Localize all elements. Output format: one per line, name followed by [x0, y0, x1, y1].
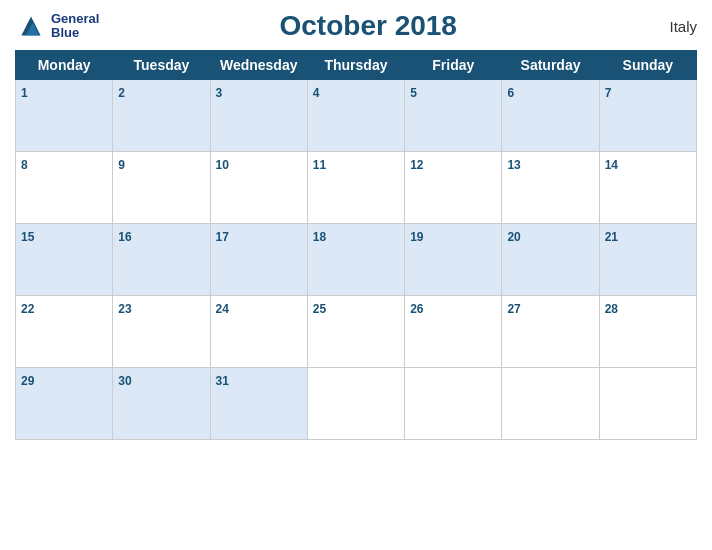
calendar-cell: 3: [210, 80, 307, 152]
calendar-cell: 7: [599, 80, 696, 152]
calendar-cell: 9: [113, 152, 210, 224]
day-number: 8: [21, 158, 28, 172]
days-header-row: Monday Tuesday Wednesday Thursday Friday…: [16, 51, 697, 80]
header-sunday: Sunday: [599, 51, 696, 80]
logo-icon: [15, 10, 47, 42]
week-row-4: 22232425262728: [16, 296, 697, 368]
header-tuesday: Tuesday: [113, 51, 210, 80]
week-row-3: 15161718192021: [16, 224, 697, 296]
day-number: 16: [118, 230, 131, 244]
day-number: 2: [118, 86, 125, 100]
header-saturday: Saturday: [502, 51, 599, 80]
calendar-country: Italy: [637, 18, 697, 35]
day-number: 14: [605, 158, 618, 172]
calendar-cell: 21: [599, 224, 696, 296]
header-monday: Monday: [16, 51, 113, 80]
calendar-cell: 6: [502, 80, 599, 152]
day-number: 10: [216, 158, 229, 172]
calendar-cell: 12: [405, 152, 502, 224]
calendar-cell: 27: [502, 296, 599, 368]
calendar-cell: 8: [16, 152, 113, 224]
week-row-1: 1234567: [16, 80, 697, 152]
calendar-cell: 24: [210, 296, 307, 368]
calendar-cell: 13: [502, 152, 599, 224]
day-number: 21: [605, 230, 618, 244]
calendar-cell: 14: [599, 152, 696, 224]
week-row-2: 891011121314: [16, 152, 697, 224]
calendar-cell: 17: [210, 224, 307, 296]
day-number: 15: [21, 230, 34, 244]
calendar-cell: [599, 368, 696, 440]
calendar-cell: 4: [307, 80, 404, 152]
day-number: 13: [507, 158, 520, 172]
day-number: 28: [605, 302, 618, 316]
calendar-cell: 22: [16, 296, 113, 368]
calendar-cell: 10: [210, 152, 307, 224]
header-friday: Friday: [405, 51, 502, 80]
calendar-cell: 5: [405, 80, 502, 152]
calendar-page: General Blue October 2018 Italy Monday T…: [0, 0, 712, 550]
day-number: 29: [21, 374, 34, 388]
calendar-cell: 16: [113, 224, 210, 296]
day-number: 1: [21, 86, 28, 100]
day-number: 19: [410, 230, 423, 244]
calendar-cell: [502, 368, 599, 440]
calendar-cell: [307, 368, 404, 440]
week-row-5: 293031: [16, 368, 697, 440]
calendar-cell: 20: [502, 224, 599, 296]
calendar-cell: 26: [405, 296, 502, 368]
day-number: 3: [216, 86, 223, 100]
calendar-cell: 18: [307, 224, 404, 296]
day-number: 18: [313, 230, 326, 244]
calendar-title: October 2018: [280, 10, 457, 42]
day-number: 17: [216, 230, 229, 244]
day-number: 6: [507, 86, 514, 100]
day-number: 27: [507, 302, 520, 316]
calendar-cell: 15: [16, 224, 113, 296]
header-thursday: Thursday: [307, 51, 404, 80]
day-number: 25: [313, 302, 326, 316]
logo-line2: Blue: [51, 26, 99, 40]
calendar-cell: 29: [16, 368, 113, 440]
day-number: 11: [313, 158, 326, 172]
calendar-cell: [405, 368, 502, 440]
logo: General Blue: [15, 10, 99, 42]
calendar-header: General Blue October 2018 Italy: [15, 10, 697, 42]
day-number: 30: [118, 374, 131, 388]
header-wednesday: Wednesday: [210, 51, 307, 80]
day-number: 22: [21, 302, 34, 316]
calendar-cell: 25: [307, 296, 404, 368]
day-number: 31: [216, 374, 229, 388]
calendar-cell: 2: [113, 80, 210, 152]
day-number: 24: [216, 302, 229, 316]
day-number: 7: [605, 86, 612, 100]
logo-line1: General: [51, 12, 99, 26]
calendar-cell: 28: [599, 296, 696, 368]
day-number: 4: [313, 86, 320, 100]
calendar-cell: 31: [210, 368, 307, 440]
calendar-cell: 11: [307, 152, 404, 224]
calendar-table: Monday Tuesday Wednesday Thursday Friday…: [15, 50, 697, 440]
day-number: 26: [410, 302, 423, 316]
calendar-cell: 19: [405, 224, 502, 296]
day-number: 20: [507, 230, 520, 244]
day-number: 9: [118, 158, 125, 172]
day-number: 5: [410, 86, 417, 100]
calendar-cell: 23: [113, 296, 210, 368]
calendar-cell: 30: [113, 368, 210, 440]
logo-text: General Blue: [51, 12, 99, 41]
day-number: 12: [410, 158, 423, 172]
calendar-cell: 1: [16, 80, 113, 152]
day-number: 23: [118, 302, 131, 316]
